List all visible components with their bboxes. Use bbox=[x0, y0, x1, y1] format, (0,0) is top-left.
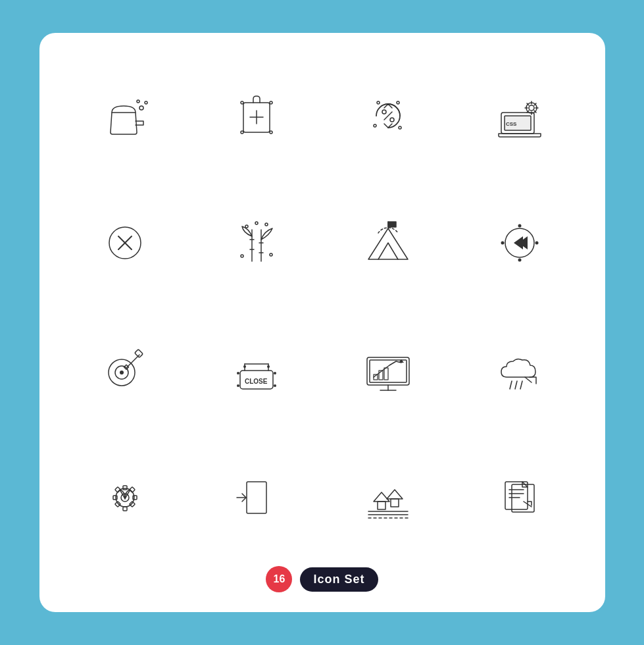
svg-point-43 bbox=[255, 222, 258, 224]
cloud-redirect-icon bbox=[493, 343, 546, 396]
svg-line-79 bbox=[515, 381, 517, 389]
svg-point-13 bbox=[377, 101, 380, 104]
svg-rect-84 bbox=[123, 507, 127, 511]
svg-text:CLOSE: CLOSE bbox=[245, 378, 268, 385]
css-settings-icon-cell: CSS bbox=[460, 59, 579, 173]
svg-point-49 bbox=[518, 224, 521, 227]
percent-refresh-icon-cell bbox=[329, 59, 447, 173]
login-icon bbox=[230, 470, 283, 523]
close-sign-icon-cell: CLOSE bbox=[197, 313, 316, 426]
svg-point-9 bbox=[270, 131, 272, 134]
svg-point-63 bbox=[243, 365, 246, 368]
rewind-icon bbox=[493, 217, 546, 269]
main-card: CSS bbox=[39, 33, 605, 612]
svg-point-51 bbox=[501, 241, 504, 244]
svg-rect-98 bbox=[512, 484, 534, 512]
svg-point-14 bbox=[397, 101, 399, 104]
svg-point-40 bbox=[265, 223, 268, 226]
svg-rect-93 bbox=[378, 502, 385, 509]
svg-point-69 bbox=[274, 384, 276, 387]
svg-point-64 bbox=[267, 365, 270, 368]
upload-icon bbox=[362, 470, 414, 523]
svg-rect-99 bbox=[505, 482, 528, 509]
cloud-redirect-icon-cell bbox=[460, 313, 579, 426]
svg-point-16 bbox=[399, 126, 401, 129]
svg-rect-89 bbox=[114, 502, 120, 507]
svg-line-78 bbox=[510, 381, 512, 389]
svg-point-42 bbox=[270, 253, 272, 256]
close-sign-icon: CLOSE bbox=[230, 343, 283, 396]
svg-point-10 bbox=[382, 110, 386, 114]
svg-point-55 bbox=[120, 371, 124, 374]
percent-refresh-icon bbox=[362, 90, 414, 142]
svg-rect-94 bbox=[391, 499, 399, 507]
svg-point-6 bbox=[241, 101, 243, 104]
svg-rect-83 bbox=[123, 486, 127, 490]
svg-point-50 bbox=[518, 258, 521, 261]
footer-label: Icon Set bbox=[300, 567, 378, 592]
svg-rect-57 bbox=[134, 349, 143, 358]
icon-grid: CSS bbox=[66, 59, 579, 553]
svg-point-7 bbox=[241, 131, 243, 134]
svg-rect-88 bbox=[129, 502, 134, 507]
bucket-icon-cell bbox=[66, 59, 184, 173]
analytics-monitor-icon-cell bbox=[329, 313, 447, 426]
gear-plant-icon-cell bbox=[66, 440, 184, 554]
rewind-icon-cell bbox=[460, 186, 579, 300]
mountain-flag-icon bbox=[362, 217, 414, 269]
svg-point-21 bbox=[529, 105, 534, 111]
svg-point-41 bbox=[241, 255, 243, 257]
svg-point-67 bbox=[274, 372, 276, 374]
svg-rect-86 bbox=[133, 496, 137, 500]
bamboo-plant-icon bbox=[230, 217, 283, 269]
analytics-monitor-icon bbox=[362, 343, 414, 396]
svg-rect-91 bbox=[247, 482, 266, 513]
svg-rect-45 bbox=[388, 222, 396, 227]
login-icon-cell bbox=[197, 440, 316, 554]
gear-plant-icon bbox=[99, 470, 151, 523]
target-key-icon-cell bbox=[66, 313, 184, 426]
close-circle-icon-cell bbox=[66, 186, 184, 300]
close-circle-icon bbox=[99, 217, 151, 269]
icon-count-badge: 16 bbox=[266, 566, 292, 592]
medical-bag-icon bbox=[230, 90, 283, 142]
mountain-flag-icon-cell bbox=[329, 186, 447, 300]
svg-rect-76 bbox=[384, 368, 388, 380]
svg-point-15 bbox=[374, 124, 376, 127]
target-key-icon bbox=[99, 343, 151, 396]
css-settings-icon: CSS bbox=[493, 90, 546, 142]
svg-point-39 bbox=[245, 225, 248, 228]
svg-point-1 bbox=[145, 101, 147, 104]
svg-line-80 bbox=[520, 381, 522, 389]
document-copy-icon-cell bbox=[460, 440, 579, 554]
document-copy-icon bbox=[493, 470, 546, 523]
footer: 16 Icon Set bbox=[266, 566, 378, 592]
svg-point-68 bbox=[237, 384, 239, 387]
medical-bag-icon-cell bbox=[197, 59, 316, 173]
svg-rect-85 bbox=[113, 496, 117, 500]
svg-point-2 bbox=[137, 100, 139, 103]
bucket-icon bbox=[99, 90, 151, 142]
svg-rect-58 bbox=[124, 365, 128, 369]
upload-icon-cell bbox=[329, 440, 447, 554]
svg-point-8 bbox=[270, 101, 272, 104]
bamboo-plant-icon-cell bbox=[197, 186, 316, 300]
svg-point-0 bbox=[139, 106, 143, 110]
svg-text:CSS: CSS bbox=[506, 121, 517, 127]
svg-point-66 bbox=[237, 372, 239, 374]
svg-point-11 bbox=[390, 118, 394, 122]
svg-point-52 bbox=[535, 241, 538, 244]
